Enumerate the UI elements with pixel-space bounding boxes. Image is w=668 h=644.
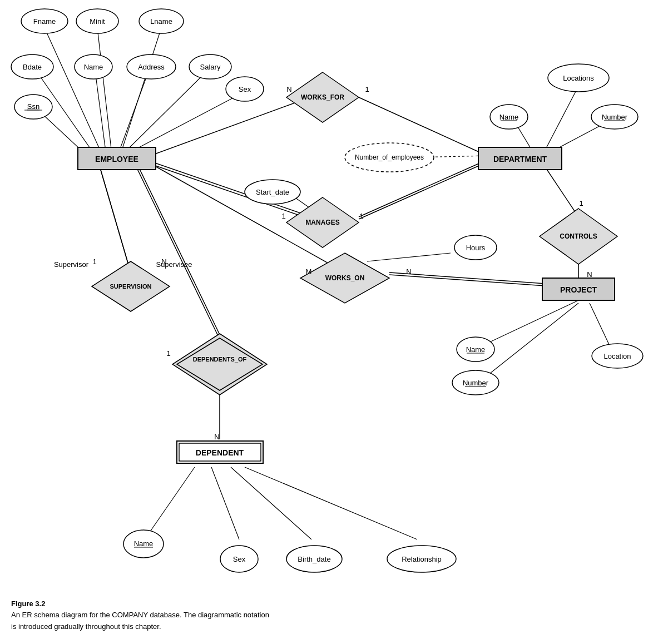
svg-line-8 <box>97 28 111 149</box>
svg-text:1: 1 <box>166 349 170 358</box>
svg-text:Lname: Lname <box>150 17 172 26</box>
svg-text:Ssn: Ssn <box>27 102 39 111</box>
svg-text:Minit: Minit <box>90 17 105 26</box>
svg-line-9 <box>122 28 161 148</box>
svg-text:Birth_date: Birth_date <box>298 555 330 563</box>
svg-text:N: N <box>214 433 219 441</box>
svg-line-7 <box>44 28 100 150</box>
svg-text:Salary: Salary <box>200 63 221 71</box>
svg-line-32 <box>145 467 195 539</box>
svg-text:Name: Name <box>466 345 486 354</box>
figure-title: Figure 3.2 <box>11 598 269 610</box>
svg-line-29 <box>484 303 578 378</box>
svg-text:DEPENDENTS_OF: DEPENDENTS_OF <box>193 356 247 363</box>
svg-text:N: N <box>286 85 291 93</box>
svg-line-12 <box>120 67 150 150</box>
caption-line2: is introduced gradually throughout this … <box>11 621 269 633</box>
svg-line-18 <box>359 164 484 219</box>
svg-line-28 <box>484 300 578 345</box>
svg-text:1: 1 <box>92 257 96 266</box>
svg-text:Sex: Sex <box>239 85 251 93</box>
svg-text:Number_of_employees: Number_of_employees <box>355 153 424 161</box>
svg-line-33 <box>211 467 239 539</box>
er-diagram: EMPLOYEE DEPARTMENT PROJECT DEPENDENT WO… <box>0 0 668 601</box>
svg-text:SUPERVISION: SUPERVISION <box>110 283 152 290</box>
svg-text:M: M <box>306 267 312 276</box>
svg-text:1: 1 <box>579 199 583 207</box>
svg-text:Relationship: Relationship <box>402 555 442 563</box>
svg-text:Location: Location <box>603 352 631 360</box>
svg-text:Supervisee: Supervisee <box>156 260 192 269</box>
svg-text:1: 1 <box>365 85 369 93</box>
svg-text:N: N <box>406 267 411 276</box>
svg-text:Start_date: Start_date <box>256 188 289 196</box>
svg-text:Hours: Hours <box>466 244 486 252</box>
svg-line-15 <box>139 92 245 147</box>
svg-text:N: N <box>587 270 592 279</box>
svg-line-27 <box>367 253 451 261</box>
svg-text:DEPARTMENT: DEPARTMENT <box>493 155 547 164</box>
svg-text:Fname: Fname <box>33 17 56 26</box>
svg-text:WORKS_FOR: WORKS_FOR <box>301 93 344 101</box>
svg-text:Locations: Locations <box>563 74 594 82</box>
svg-line-13 <box>128 67 211 149</box>
svg-text:Bdate: Bdate <box>23 63 42 71</box>
svg-text:DEPENDENT: DEPENDENT <box>196 448 244 457</box>
caption-line1: An ER schema diagram for the COMPANY dat… <box>11 610 269 621</box>
svg-line-11 <box>95 67 106 151</box>
svg-line-19 <box>545 86 578 150</box>
svg-text:Name: Name <box>499 113 519 121</box>
svg-line-26 <box>389 275 545 286</box>
svg-line-30 <box>590 303 612 350</box>
svg-line-36 <box>97 158 131 273</box>
svg-text:Number: Number <box>602 113 628 121</box>
svg-text:PROJECT: PROJECT <box>560 285 597 294</box>
svg-line-23 <box>545 167 578 217</box>
svg-line-35 <box>245 467 417 539</box>
svg-line-5 <box>138 167 222 339</box>
svg-text:MANAGES: MANAGES <box>305 219 339 226</box>
svg-marker-58 <box>177 338 263 390</box>
svg-line-25 <box>389 273 545 284</box>
svg-line-4 <box>136 167 220 339</box>
svg-text:Name: Name <box>84 63 103 71</box>
svg-line-0 <box>150 103 295 156</box>
svg-text:Address: Address <box>138 63 165 71</box>
svg-text:EMPLOYEE: EMPLOYEE <box>95 155 138 164</box>
svg-text:WORKS_ON: WORKS_ON <box>325 274 365 282</box>
svg-text:CONTROLS: CONTROLS <box>560 232 597 240</box>
svg-text:1: 1 <box>359 212 363 220</box>
svg-text:Name: Name <box>134 539 154 548</box>
svg-text:Supervisor: Supervisor <box>54 260 89 269</box>
svg-text:Sex: Sex <box>233 555 246 563</box>
svg-text:1: 1 <box>281 212 285 220</box>
figure-caption: Figure 3.2 An ER schema diagram for the … <box>11 598 269 633</box>
svg-text:Number: Number <box>463 379 489 387</box>
